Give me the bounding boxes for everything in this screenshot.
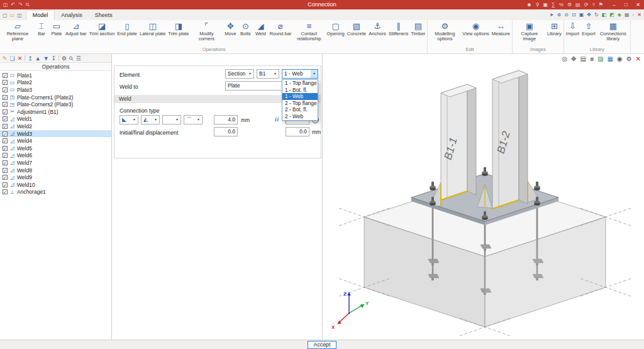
tree-item-weld1[interactable]: ✓◿Weld1 (0, 116, 111, 123)
tab-model[interactable]: Model (26, 10, 55, 20)
tree-item-weld4[interactable]: ✓◿Weld4 (0, 137, 111, 145)
delete-operation-icon[interactable]: ✕ (18, 54, 23, 63)
dropdown-option-2-bot-fl[interactable]: 2 - Bot. fl. (282, 106, 318, 113)
viewport[interactable]: ◎✥▤■▨▦◉⚙✕ (323, 54, 644, 340)
ribbon-button-library[interactable]: ⊞Library (546, 21, 563, 46)
move-down-icon[interactable]: ▼ (43, 54, 49, 63)
top-view-icon[interactable]: ◩ (609, 12, 614, 18)
ribbon-button-adjust-bar[interactable]: ⊿Adjust bar (64, 21, 88, 46)
ribbon-button-opening[interactable]: ▢Opening (325, 21, 345, 46)
weld-type-select-3[interactable]: ▾ (162, 115, 181, 125)
checkbox[interactable]: ✓ (3, 124, 8, 129)
zoom-window-icon[interactable]: ⊡ (572, 12, 576, 18)
ribbon-button-timber[interactable]: ▤Timber (409, 21, 426, 46)
tree-item-weld5[interactable]: ✓◿Weld5 (0, 145, 111, 152)
checkbox[interactable]: ✓ (3, 153, 8, 158)
displacement-start-input[interactable]: 0.0 (214, 127, 238, 136)
tree-item-plate3[interactable]: ✓▭Plate3 (0, 86, 111, 94)
ribbon-button-anchors[interactable]: ⚓Anchors (367, 21, 387, 46)
tree-item-plate1[interactable]: ✓▭Plate1 (0, 72, 111, 79)
element-type-select[interactable]: Section▾ (225, 69, 254, 79)
checkbox[interactable]: ✓ (3, 131, 8, 136)
reset-view-icon[interactable]: ✕ (636, 55, 641, 63)
calculator-icon[interactable]: ∑ (552, 0, 555, 9)
tree-item-adjustment1-b1[interactable]: ✓✂Adjustment1 (B1) (0, 108, 111, 116)
move-top-icon[interactable]: ↥ (28, 54, 33, 63)
percent-icon[interactable]: % (559, 0, 564, 9)
tree-item-weld10[interactable]: ✓◿Weld10 (0, 181, 111, 189)
element-member-select[interactable]: B1▾ (257, 69, 279, 79)
tree-item-weld3[interactable]: ✓◿Weld3 (0, 130, 111, 138)
checkbox[interactable]: ✓ (3, 80, 8, 85)
help-icon[interactable]: ? (592, 0, 594, 9)
ribbon-button-bar[interactable]: ⌶Bar (34, 21, 49, 46)
solid-view-icon[interactable]: ■ (590, 55, 594, 63)
checkbox[interactable]: ✓ (3, 116, 8, 121)
transparent-view-icon[interactable]: ▨ (597, 55, 603, 63)
move-up-icon[interactable]: ▲ (35, 54, 41, 63)
ribbon-button-modify-corners[interactable]: ⌜Modify corners (190, 21, 223, 46)
3d-scene[interactable]: B1-1 B1-2 Z Y X (323, 54, 644, 340)
dropdown-option-1-top-flange[interactable]: 1 - Top flange (282, 80, 318, 87)
close-view-icon[interactable]: ✕ (637, 12, 641, 18)
ribbon-button-weld[interactable]: ◢Weld (253, 21, 268, 46)
checkbox[interactable]: ✓ (3, 102, 8, 107)
accept-button[interactable]: Accept (308, 341, 337, 349)
weld-type-select-1[interactable]: ◣▾ (119, 115, 138, 125)
ribbon-button-concrete[interactable]: ▧Concrete (346, 21, 367, 46)
dropdown-option-1-bot-fl[interactable]: 1 - Bot. fl. (282, 87, 318, 94)
pointer-icon[interactable]: ◎ (562, 55, 567, 63)
displacement-end-input[interactable]: 0.0 (286, 127, 309, 136)
ribbon-button-trim-section[interactable]: ◪Trim section (88, 21, 116, 46)
throat-thickness-input[interactable]: 4.0 (214, 115, 238, 125)
wireframe-view-icon[interactable]: ▦ (607, 55, 613, 63)
checkbox[interactable]: ✓ (3, 168, 8, 173)
zoom-fit-icon[interactable]: ▣ (579, 12, 584, 18)
tree-item-weld6[interactable]: ✓◿Weld6 (0, 152, 111, 160)
camera-icon[interactable]: ▣ (543, 0, 548, 9)
checkbox[interactable]: ✓ (3, 109, 8, 114)
new-file-icon[interactable]: ▢ (3, 13, 8, 18)
ribbon-button-measure[interactable]: ↔Measure (491, 21, 511, 46)
tree-item-plate-corners2-plate3[interactable]: ✓◳Plate-Corners2 (Plate3) (0, 101, 111, 108)
pan-icon[interactable]: ✥ (587, 12, 591, 18)
axonometry-icon[interactable]: ◈ (618, 12, 621, 18)
checkbox[interactable]: ✓ (3, 160, 8, 165)
ribbon-button-connections-library[interactable]: ▦Connections library (597, 21, 630, 46)
pin-icon[interactable]: ⚑ (599, 0, 603, 9)
undo-icon[interactable]: ↶ (11, 0, 16, 9)
tree-item-weld9[interactable]: ✓◿Weld9 (0, 174, 111, 181)
search-icon[interactable]: ⚲ (23, 0, 33, 9)
view-settings-icon[interactable]: ⚙ (626, 55, 632, 63)
checkbox[interactable]: ✓ (3, 87, 8, 92)
checkbox[interactable]: ✓ (3, 146, 8, 151)
pan-hand-icon[interactable]: ✥ (571, 55, 576, 63)
print-icon[interactable]: ▤ (580, 55, 586, 63)
ribbon-button-end-plate[interactable]: ▯End plate (116, 21, 138, 46)
copy-operation-icon[interactable]: ❏ (10, 54, 15, 63)
tab-sheets[interactable]: Sheets (89, 11, 119, 20)
checkbox[interactable]: ✓ (3, 73, 8, 78)
settings-icon[interactable]: ⚙ (62, 54, 67, 63)
settings-icon[interactable]: ⚙ (567, 0, 572, 9)
report-icon[interactable]: ▤ (575, 0, 580, 9)
zoom-out-icon[interactable]: ⊖ (564, 12, 569, 18)
weld-type-select-4[interactable]: ⌒▾ (184, 115, 203, 125)
redo-icon[interactable]: ↷ (18, 0, 23, 9)
dropdown-option-2-web[interactable]: 2 - Web (282, 113, 318, 120)
minimize-button[interactable]: – (608, 0, 620, 9)
save-file-icon[interactable]: ◫ (17, 13, 22, 18)
checkbox[interactable]: ✓ (3, 182, 8, 187)
tree-item-plate2[interactable]: ✓▭Plate2 (0, 79, 111, 87)
ribbon-button-capture-image[interactable]: ▣Capture image (513, 21, 546, 46)
edit-operation-icon[interactable]: ✎ (3, 54, 8, 63)
front-view-icon[interactable]: ◧ (602, 12, 607, 18)
ribbon-button-round-bar[interactable]: ⌀Round bar (268, 21, 292, 46)
checkbox[interactable]: ✓ (3, 95, 8, 100)
tree-item-weld2[interactable]: ✓◿Weld2 (0, 123, 111, 130)
element-part-select[interactable]: 1 - Web▾ (282, 69, 318, 79)
ribbon-button-modelling-options[interactable]: ⚙Modelling options (428, 21, 461, 46)
tab-analysis[interactable]: Analysis (55, 11, 89, 20)
search-icon[interactable]: ⚲ (67, 53, 76, 63)
tree-item-anchorage1[interactable]: ✓⊥Anchorage1 (0, 189, 111, 196)
